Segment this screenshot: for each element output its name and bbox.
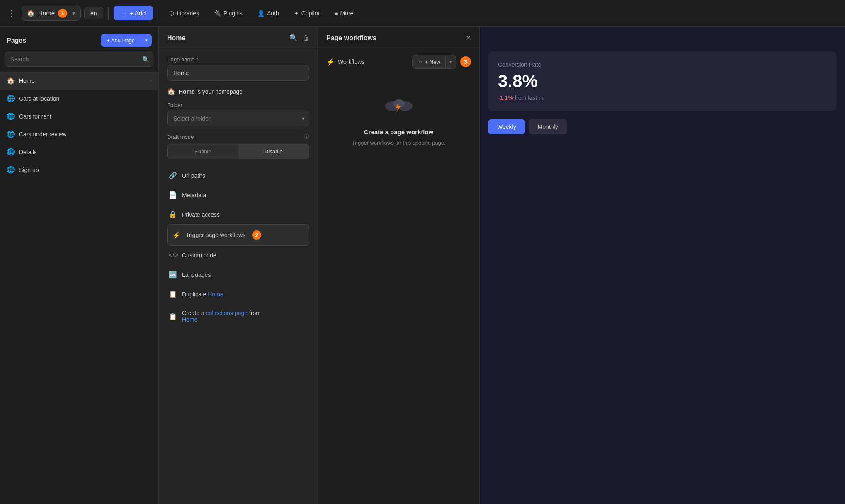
analytics-change: -1.1% from last m xyxy=(498,94,827,101)
workflows-header: Page workflows ✕ xyxy=(318,27,479,48)
page-icon: 🌐 xyxy=(7,166,15,174)
draft-toggle-group: Enable Disable xyxy=(167,144,309,159)
page-icon: 🌐 xyxy=(7,130,15,138)
custom-code-label: Custom code xyxy=(182,252,216,259)
chevron-down-icon: ▾ xyxy=(72,10,75,17)
delete-icon[interactable]: 🗑 xyxy=(303,34,309,42)
lock-icon: 🔒 xyxy=(169,211,177,218)
search-icon: 🔍 xyxy=(142,56,149,63)
add-button[interactable]: ＋ + Add xyxy=(114,6,153,20)
workflows-title: Page workflows xyxy=(326,34,376,42)
folder-select-wrap: Select a folder ▾ xyxy=(167,111,309,126)
new-button-main[interactable]: ＋ + New xyxy=(413,55,445,68)
sidebar-title: Pages xyxy=(7,37,26,44)
copilot-link[interactable]: ✦ Copilot xyxy=(288,7,325,19)
languages-menu-item[interactable]: 🔤 Languages xyxy=(167,265,309,284)
add-page-chevron-icon[interactable]: ▾ xyxy=(141,34,152,46)
draft-enable-button[interactable]: Enable xyxy=(168,144,238,159)
analytics-card-value: 3.8% xyxy=(498,71,827,91)
page-settings-panel: Home 🔍 🗑 Page name * 🏠 Home is your home… xyxy=(159,27,318,504)
more-icon: ≡ xyxy=(334,10,338,17)
auth-icon: 👤 xyxy=(257,10,265,17)
metadata-menu-item[interactable]: 📄 Metadata xyxy=(167,185,309,205)
time-buttons: Weekly Monthly xyxy=(488,119,837,134)
header-icons: 🔍 🗑 xyxy=(289,34,309,42)
plugins-link[interactable]: 🔌 Plugins xyxy=(208,7,248,19)
top-navigation: ⋮ 🏠 Home 1 ▾ en ＋ + Add ⬡ Libraries 🔌 Pl… xyxy=(0,0,845,27)
libraries-link[interactable]: ⬡ Libraries xyxy=(163,7,205,19)
sidebar-item-cars-at-location[interactable]: 🌐 Cars at location xyxy=(0,90,158,107)
custom-code-menu-item[interactable]: </> Custom code xyxy=(167,246,309,265)
workflows-label-group: ⚡ Workflows xyxy=(326,58,364,66)
sidebar-item-home[interactable]: 🏠 Home › xyxy=(0,72,158,90)
new-workflow-button[interactable]: ＋ + New ▾ xyxy=(412,55,456,69)
change-suffix: from last m xyxy=(515,94,543,101)
private-access-menu-item[interactable]: 🔒 Private access xyxy=(167,205,309,224)
duplicate-icon: 📋 xyxy=(169,290,177,298)
duplicate-link-text: Home xyxy=(208,291,223,298)
search-icon[interactable]: 🔍 xyxy=(289,34,298,42)
pages-list: 🏠 Home › 🌐 Cars at location 🌐 Cars for r… xyxy=(0,72,158,504)
url-paths-label: Url paths xyxy=(182,172,205,179)
plugins-icon: 🔌 xyxy=(214,10,221,17)
separator xyxy=(108,7,109,19)
trigger-workflows-menu-item[interactable]: ⚡ Trigger page workflows 2 xyxy=(167,224,309,246)
page-label: Home xyxy=(19,78,34,84)
change-neg: -1.1% xyxy=(498,94,513,101)
link-icon: 🔗 xyxy=(169,172,177,179)
analytics-panel: Conversion Rate 3.8% -1.1% from last m W… xyxy=(480,27,845,504)
badge-1: 1 xyxy=(58,9,67,18)
sidebar-item-details[interactable]: 🌐 Details xyxy=(0,143,158,161)
panel-header: Home 🔍 🗑 xyxy=(159,27,318,48)
search-input[interactable] xyxy=(5,52,153,67)
duplicate-menu-item[interactable]: 📋 Duplicate Home xyxy=(167,284,309,304)
info-icon[interactable]: ⓘ xyxy=(304,133,309,141)
analytics-card-label: Conversion Rate xyxy=(498,61,827,68)
page-icon: 🏠 xyxy=(7,77,15,85)
page-label: Cars at location xyxy=(19,95,59,102)
copilot-icon: ✦ xyxy=(294,10,299,17)
main-area: Pages + Add Page ▾ 🔍 🏠 Home › 🌐 Cars at … xyxy=(0,27,845,504)
draft-label: Draft mode xyxy=(167,134,194,140)
page-label: Cars under review xyxy=(19,131,66,138)
page-workflows-panel: Page workflows ✕ ⚡ Workflows ＋ + New ▾ xyxy=(318,27,480,504)
workflows-subheader: ⚡ Workflows ＋ + New ▾ 3 xyxy=(326,55,471,69)
language-button[interactable]: en xyxy=(84,7,103,19)
page-name-input[interactable] xyxy=(167,65,309,81)
home-workspace-button[interactable]: 🏠 Home 1 ▾ xyxy=(22,6,81,21)
draft-disable-button[interactable]: Disable xyxy=(238,144,309,159)
monthly-button[interactable]: Monthly xyxy=(529,119,567,134)
page-icon: 🌐 xyxy=(7,94,15,102)
menu-section: 🔗 Url paths 📄 Metadata 🔒 Private access … xyxy=(167,166,309,329)
url-paths-menu-item[interactable]: 🔗 Url paths xyxy=(167,166,309,185)
sidebar-item-cars-for-rent[interactable]: 🌐 Cars for rent xyxy=(0,107,158,125)
weekly-button[interactable]: Weekly xyxy=(488,119,525,134)
create-collections-menu-item[interactable]: 📋 Create a collections page fromHome xyxy=(167,304,309,329)
dots-menu-button[interactable]: ⋮ xyxy=(5,7,18,20)
page-item-left: 🌐 Details xyxy=(7,148,37,156)
close-button[interactable]: ✕ xyxy=(466,34,471,42)
sidebar-item-sign-up[interactable]: 🌐 Sign up xyxy=(0,161,158,179)
page-item-left: 🌐 Cars under review xyxy=(7,130,66,138)
add-page-button[interactable]: + Add Page ▾ xyxy=(101,34,152,47)
new-button-chevron-icon[interactable]: ▾ xyxy=(445,56,456,68)
plus-icon: ＋ xyxy=(418,58,423,65)
workflows-text: Workflows xyxy=(338,58,364,65)
workflow-svg xyxy=(382,94,415,119)
page-item-left: 🌐 Sign up xyxy=(7,166,39,174)
add-icon: ＋ xyxy=(121,9,127,17)
more-link[interactable]: ≡ More xyxy=(328,7,359,19)
page-item-left: 🌐 Cars at location xyxy=(7,94,59,102)
document-icon: 📄 xyxy=(169,191,177,199)
create-collections-label: Create a collections page fromHome xyxy=(182,310,261,323)
folder-select[interactable]: Select a folder xyxy=(167,111,309,126)
bolt-icon: ⚡ xyxy=(326,58,335,66)
workflows-section: ⚡ Workflows ＋ + New ▾ 3 xyxy=(318,48,479,170)
conversion-rate-card: Conversion Rate 3.8% -1.1% from last m xyxy=(488,51,837,111)
add-page-main[interactable]: + Add Page xyxy=(101,34,141,47)
sidebar-item-cars-under-review[interactable]: 🌐 Cars under review xyxy=(0,125,158,143)
page-label: Cars for rent xyxy=(19,113,51,120)
page-item-left: 🏠 Home xyxy=(7,77,34,85)
auth-link[interactable]: 👤 Auth xyxy=(252,7,285,19)
separator xyxy=(158,7,158,19)
